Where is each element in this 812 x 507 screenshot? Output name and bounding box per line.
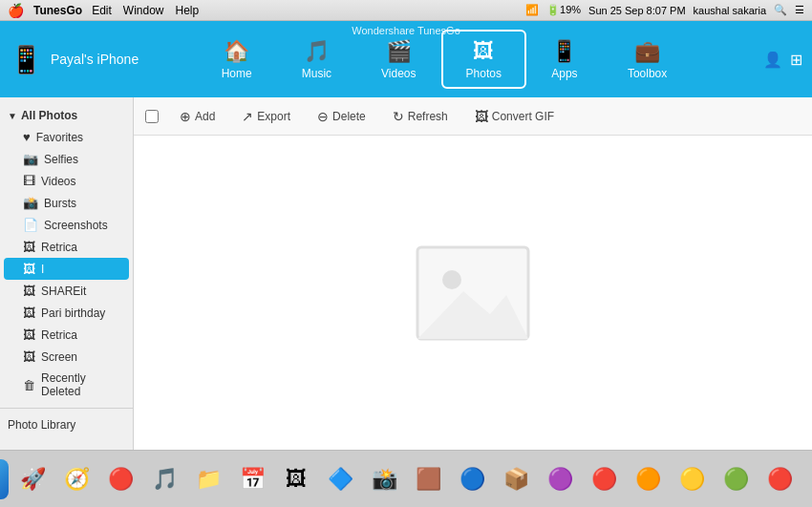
dock-lightroom[interactable]: 🟫 [408, 459, 448, 499]
search-icon[interactable]: 🔍 [774, 4, 787, 16]
device-name: Payal's iPhone [51, 52, 139, 67]
dock-app6[interactable]: 🟢 [716, 459, 756, 499]
screen-label: Screen [41, 350, 77, 364]
sidebar-divider [0, 408, 133, 409]
dock-app7[interactable]: 🔴 [759, 459, 800, 499]
screen-icon: 🖼 [23, 349, 35, 364]
export-icon: ↗ [242, 109, 253, 124]
menu-items: Edit Window Help [92, 4, 199, 17]
all-photos-section[interactable]: ▼ All Photos [0, 105, 133, 126]
edit-menu[interactable]: Edit [92, 4, 112, 17]
dock-photoshop[interactable]: 🔵 [452, 459, 492, 499]
sidebar-item-bursts[interactable]: 📸 Bursts [4, 192, 129, 214]
expand-icon[interactable]: ⊞ [790, 51, 802, 69]
apple-menu[interactable]: 🍎 [8, 3, 24, 18]
tab-home[interactable]: 🏠 Home [197, 30, 277, 89]
dock-files[interactable]: 📁 [188, 459, 228, 499]
dock-app5[interactable]: 🔴 [584, 459, 624, 499]
retrica1-label: Retrica [41, 241, 77, 254]
dock: 🔵 🚀 🧭 🔴 🎵 📁 📅 🖼 🔷 📸 🟫 🔵 📦 🟣 🔴 🟠 🟡 🟢 🔴 🗑 [0, 450, 812, 507]
toolbox-icon: 💼 [634, 39, 660, 64]
tab-apps-label: Apps [551, 67, 577, 80]
recently-deleted-label: Recently Deleted [41, 371, 121, 398]
add-icon: ⊕ [180, 109, 191, 124]
gif-icon: 🖼 [475, 109, 488, 124]
dock-trash[interactable]: 🗑 [803, 459, 812, 499]
user-name: kaushal sakaria [694, 5, 766, 16]
selfies-icon: 📷 [23, 152, 38, 166]
menubar-right: 📶 🔋19% Sun 25 Sep 8:07 PM kaushal sakari… [525, 4, 804, 16]
retrica2-icon: 🖼 [23, 327, 35, 342]
dock-calendar[interactable]: 📅 [232, 459, 272, 499]
add-button[interactable]: ⊕ Add [174, 106, 221, 127]
retrica2-label: Retrica [41, 328, 77, 342]
menu-icon[interactable]: ☰ [795, 4, 804, 16]
export-button[interactable]: ↗ Export [236, 106, 296, 127]
favorites-icon: ♥ [23, 130, 31, 144]
main-content: ▼ All Photos ♥ Favorites 📷 Selfies 🎞 Vid… [0, 97, 812, 450]
battery-icon: 🔋19% [546, 4, 581, 16]
convert-gif-button[interactable]: 🖼 Convert GIF [469, 106, 560, 127]
dock-gopro[interactable]: 🟠 [628, 459, 668, 499]
sidebar-item-shareit[interactable]: 🖼 SHAREit [4, 280, 129, 302]
tab-music-label: Music [302, 67, 331, 80]
i-label: I [41, 263, 44, 276]
app-name[interactable]: TunesGo [33, 4, 82, 17]
dock-safari[interactable]: 🧭 [56, 459, 96, 499]
tab-videos[interactable]: 🎬 Videos [356, 30, 440, 89]
dock-app2[interactable]: 📸 [364, 459, 404, 499]
sidebar-item-retrica1[interactable]: 🖼 Retrica [4, 236, 129, 258]
export-label: Export [257, 110, 290, 123]
user-icon[interactable]: 👤 [763, 51, 782, 69]
dock-photos[interactable]: 🖼 [276, 459, 316, 499]
dock-chrome[interactable]: 🔴 [100, 459, 140, 499]
tab-apps[interactable]: 📱 Apps [526, 30, 603, 89]
dock-launchpad[interactable]: 🚀 [12, 459, 53, 499]
sidebar-item-screenshots[interactable]: 📄 Screenshots [4, 214, 129, 236]
shareit-icon: 🖼 [23, 284, 35, 298]
refresh-button[interactable]: ↻ Refresh [387, 106, 454, 127]
empty-placeholder-image [416, 245, 530, 341]
delete-icon: ⊖ [317, 109, 329, 124]
dock-filezilla[interactable]: 🟡 [672, 459, 712, 499]
add-label: Add [195, 110, 215, 123]
screenshots-label: Screenshots [44, 219, 108, 232]
refresh-label: Refresh [408, 110, 448, 123]
app-header: Wondershare TunesGo 📱 Payal's iPhone 🏠 H… [0, 21, 812, 97]
dock-app3[interactable]: 📦 [496, 459, 536, 499]
sidebar-item-retrica2[interactable]: 🖼 Retrica [4, 324, 129, 346]
window-menu[interactable]: Window [123, 4, 164, 17]
sidebar-item-recently-deleted[interactable]: 🗑 Recently Deleted [4, 368, 129, 402]
sidebar-item-screen[interactable]: 🖼 Screen [4, 346, 129, 368]
videos-sidebar-icon: 🎞 [23, 174, 35, 188]
sidebar-item-i[interactable]: 🖼 I [4, 258, 129, 280]
clock: Sun 25 Sep 8:07 PM [588, 5, 686, 16]
delete-button[interactable]: ⊖ Delete [311, 106, 372, 127]
dock-itunes[interactable]: 🎵 [144, 459, 184, 499]
bursts-icon: 📸 [23, 196, 38, 210]
content-area: ⊕ Add ↗ Export ⊖ Delete ↻ Refresh 🖼 C [134, 97, 812, 450]
menubar: 🍎 TunesGo Edit Window Help 📶 🔋19% Sun 25… [0, 0, 812, 21]
sidebar-item-pari-birthday[interactable]: 🖼 Pari birthday [4, 302, 129, 324]
tab-toolbox[interactable]: 💼 Toolbox [603, 30, 692, 89]
help-menu[interactable]: Help [176, 4, 200, 17]
dock-finder[interactable]: 🔵 [0, 459, 9, 499]
dock-app4[interactable]: 🟣 [540, 459, 580, 499]
header-right: 👤 ⊞ [745, 51, 802, 69]
home-icon: 🏠 [224, 39, 249, 64]
select-all-checkbox[interactable] [145, 110, 159, 123]
sidebar: ▼ All Photos ♥ Favorites 📷 Selfies 🎞 Vid… [0, 97, 134, 450]
toolbar: ⊕ Add ↗ Export ⊖ Delete ↻ Refresh 🖼 C [134, 97, 812, 136]
sidebar-item-selfies[interactable]: 📷 Selfies [4, 148, 129, 170]
dock-app1[interactable]: 🔷 [320, 459, 360, 499]
section-arrow-icon: ▼ [8, 111, 17, 121]
shareit-label: SHAREit [41, 285, 86, 298]
favorites-label: Favorites [36, 131, 83, 144]
delete-label: Delete [332, 110, 366, 123]
apps-icon: 📱 [551, 39, 577, 64]
nav-tabs: 🏠 Home 🎵 Music 🎬 Videos 🖼 Photos 📱 Apps … [143, 24, 745, 95]
sidebar-item-favorites[interactable]: ♥ Favorites [4, 126, 129, 148]
sidebar-item-videos[interactable]: 🎞 Videos [4, 170, 129, 192]
tab-photos[interactable]: 🖼 Photos [441, 30, 526, 89]
tab-music[interactable]: 🎵 Music [277, 30, 356, 89]
